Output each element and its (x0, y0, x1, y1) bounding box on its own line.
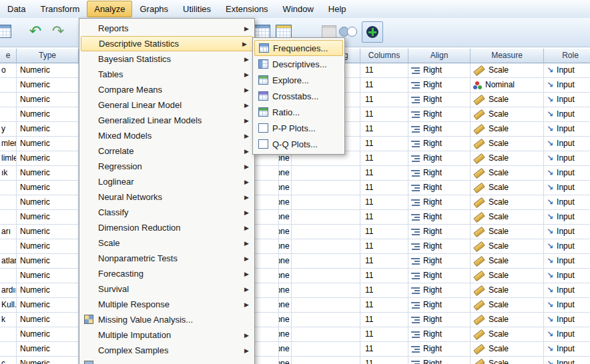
cell-role[interactable]: ↘Input (544, 283, 590, 298)
cell-columns[interactable]: 11 (360, 78, 408, 93)
cell-align[interactable]: Right (408, 93, 471, 107)
cell-type[interactable]: Numeric (17, 239, 79, 254)
menu-item-loglinear[interactable]: Loglinear▶ (79, 174, 254, 189)
menubar-item-utilities[interactable]: Utilities (176, 0, 218, 18)
cell-measure[interactable]: Scale (471, 239, 544, 254)
cell-columns[interactable]: 11 (360, 357, 408, 364)
menu-item-multiple-response[interactable]: Multiple Response▶ (79, 297, 254, 312)
cell-name[interactable]: o (0, 63, 17, 78)
menubar-item-graphs[interactable]: Graphs (132, 0, 176, 18)
cell-name[interactable]: limler (0, 151, 17, 166)
cell-measure[interactable]: Scale (471, 122, 544, 137)
cell-align[interactable]: Right (408, 239, 471, 254)
cell-name[interactable] (0, 327, 17, 342)
cell-type[interactable]: Numeric (17, 137, 79, 151)
cell-columns[interactable]: 11 (360, 137, 408, 151)
cell-measure[interactable]: Scale (471, 107, 544, 122)
cell-type[interactable]: Numeric (17, 78, 79, 93)
menu-item-survival[interactable]: Survival▶ (79, 281, 254, 297)
cell-role[interactable]: ↘Input (544, 122, 590, 137)
menu-item-dimension-reduction[interactable]: Dimension Reduction▶ (79, 220, 254, 235)
cell-measure[interactable]: Scale (471, 327, 544, 342)
cell-columns[interactable]: 11 (360, 93, 408, 107)
menu-item-general-linear-model[interactable]: General Linear Model▶ (79, 97, 254, 113)
cell-values[interactable]: None (279, 254, 292, 269)
cell-columns[interactable]: 11 (360, 195, 408, 210)
menu-item-scale[interactable]: Scale▶ (79, 235, 254, 251)
cell-type[interactable]: Numeric (17, 298, 79, 313)
cell-align[interactable]: Right (408, 357, 471, 364)
cell-values[interactable]: None (279, 181, 292, 195)
cell-role[interactable]: ↘Input (544, 225, 590, 239)
cell-columns[interactable]: 11 (360, 151, 408, 166)
cell-role[interactable]: ↘Input (544, 151, 590, 166)
cell-role[interactable]: ↘Input (544, 239, 590, 254)
cell-name[interactable] (0, 342, 17, 357)
cell-columns[interactable]: 11 (360, 166, 408, 181)
menu-item-nonparametric-tests[interactable]: Nonparametric Tests▶ (79, 251, 254, 266)
cell-missing[interactable] (292, 313, 360, 327)
cell-align[interactable]: Right (408, 107, 471, 122)
cell-role[interactable]: ↘Input (544, 357, 590, 364)
cell-name[interactable]: y (0, 122, 17, 137)
data-grid-icon[interactable] (0, 21, 13, 41)
cell-type[interactable]: Numeric (17, 122, 79, 137)
cell-type[interactable]: Numeric (17, 166, 79, 181)
cell-values[interactable]: None (279, 225, 292, 239)
cell-missing[interactable] (292, 342, 360, 357)
cell-type[interactable]: Numeric (17, 181, 79, 195)
cell-name[interactable] (0, 107, 17, 122)
cell-name[interactable]: mler (0, 137, 17, 151)
cell-missing[interactable] (292, 283, 360, 298)
menu-item-neural-networks[interactable]: Neural Networks▶ (79, 189, 254, 205)
cell-role[interactable]: ↘Input (544, 298, 590, 313)
cell-align[interactable]: Right (408, 313, 471, 327)
cell-measure[interactable]: Scale (471, 342, 544, 357)
menu-item-missing-value-analysis[interactable]: Missing Value Analysis... (79, 312, 254, 327)
cell-role[interactable]: ↘Input (544, 269, 590, 283)
cell-role[interactable]: ↘Input (544, 93, 590, 107)
menubar-item-window[interactable]: Window (276, 0, 321, 18)
cell-values[interactable]: None (279, 269, 292, 283)
cell-type[interactable]: Numeric (17, 254, 79, 269)
cell-columns[interactable]: 11 (360, 327, 408, 342)
cell-columns[interactable]: 11 (360, 269, 408, 283)
cell-columns[interactable]: 11 (360, 342, 408, 357)
cell-name[interactable] (0, 181, 17, 195)
cell-measure[interactable]: Scale (471, 225, 544, 239)
value-labels-icon[interactable] (362, 21, 383, 43)
undo-icon[interactable]: ↶ (25, 21, 45, 41)
cell-align[interactable]: Right (408, 269, 471, 283)
submenu-item-frequencies[interactable]: Frequencies... (254, 40, 343, 56)
cell-name[interactable] (0, 269, 17, 283)
cell-role[interactable]: ↘Input (544, 195, 590, 210)
cell-name[interactable] (0, 93, 17, 107)
cell-type[interactable]: Numeric (17, 93, 79, 107)
menu-item-forecasting[interactable]: Forecasting▶ (79, 266, 254, 281)
cell-missing[interactable] (292, 225, 360, 239)
cell-name[interactable]: ç (0, 357, 17, 364)
cell-align[interactable]: Right (408, 283, 471, 298)
cell-measure[interactable]: Scale (471, 137, 544, 151)
cell-name[interactable]: ık (0, 166, 17, 181)
cell-measure[interactable]: Nominal (471, 78, 544, 93)
cell-type[interactable]: Numeric (17, 342, 79, 357)
cell-missing[interactable] (292, 269, 360, 283)
cell-align[interactable]: Right (408, 254, 471, 269)
cell-columns[interactable]: 11 (360, 181, 408, 195)
cell-align[interactable]: Right (408, 225, 471, 239)
cell-missing[interactable] (292, 210, 360, 225)
cell-measure[interactable]: Scale (471, 181, 544, 195)
cell-align[interactable]: Right (408, 181, 471, 195)
cell-align[interactable]: Right (408, 137, 471, 151)
cell-values[interactable]: None (279, 327, 292, 342)
cell-missing[interactable] (292, 357, 360, 364)
cell-values[interactable]: None (279, 298, 292, 313)
cell-type[interactable]: Numeric (17, 210, 79, 225)
cell-role[interactable]: ↘Input (544, 181, 590, 195)
cell-align[interactable]: Right (408, 122, 471, 137)
cell-align[interactable]: Right (408, 78, 471, 93)
menu-item-classify[interactable]: Classify▶ (79, 205, 254, 220)
submenu-item-descriptives[interactable]: Descriptives... (254, 56, 343, 72)
cell-align[interactable]: Right (408, 210, 471, 225)
